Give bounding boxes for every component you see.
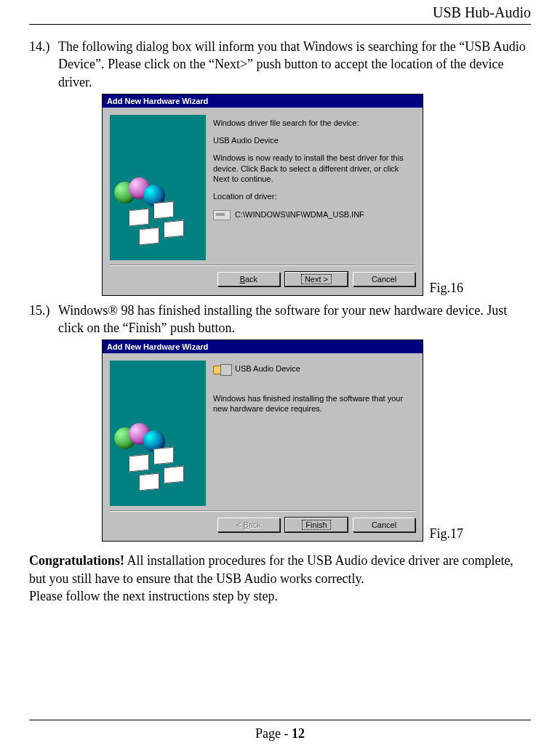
- driver-path-text: C:\WINDOWS\INF\WDMA_USB.INF: [235, 210, 364, 219]
- floppy-icon: [129, 208, 149, 226]
- bottom-rule: [29, 720, 531, 720]
- top-rule: [29, 24, 531, 25]
- dialog-separator: [110, 510, 415, 512]
- dialog-buttons: Back Next > Cancel: [103, 272, 423, 295]
- dialog-buttons: < Back Finish Cancel: [103, 518, 423, 541]
- page-header: USB Hub-Audio: [29, 0, 531, 23]
- cancel-button[interactable]: Cancel: [353, 272, 415, 286]
- floppy-icon: [129, 454, 149, 472]
- search-label: Windows driver file search for the devic…: [213, 118, 412, 128]
- dialog-content: USB Audio Device Windows has finished in…: [213, 361, 415, 506]
- wizard-side-graphic: [110, 115, 206, 260]
- back-button: < Back: [217, 518, 280, 532]
- back-button[interactable]: Back: [217, 272, 280, 286]
- congrats-lead: Congratulations!: [29, 553, 124, 568]
- page-number: Page - 12: [29, 726, 531, 741]
- dialog-separator: [110, 265, 415, 266]
- dialog-title: Add New Hardware Wizard: [103, 94, 423, 108]
- floppy-icon: [164, 220, 184, 238]
- figure-caption: Fig.17: [429, 526, 463, 542]
- floppy-icon: [139, 473, 159, 491]
- dialog-fig17: Add New Hardware Wizard USB Audio Device…: [102, 339, 423, 542]
- finish-button[interactable]: Finish: [285, 518, 348, 532]
- floppy-icon: [164, 466, 184, 484]
- dialog-title: Add New Hardware Wizard: [103, 340, 423, 353]
- finished-text: Windows has finished installing the soft…: [213, 393, 412, 414]
- device-icon: [213, 364, 231, 376]
- figure-caption: Fig.16: [429, 281, 463, 296]
- step-14-number: 14.): [29, 38, 58, 91]
- location-label: Location of driver:: [213, 191, 412, 201]
- page-footer: Page - 12: [29, 720, 531, 741]
- congrats-follow: Please follow the next instructions step…: [29, 589, 278, 603]
- page-prefix: Page -: [255, 726, 292, 741]
- floppy-icon: [153, 201, 174, 219]
- device-name: USB Audio Device: [235, 364, 300, 373]
- congrats-paragraph: Congratulations! All installation proced…: [29, 552, 531, 605]
- wizard-side-graphic: [110, 361, 206, 506]
- step-15: 15.) Windows® 98 has finished installing…: [29, 302, 531, 337]
- drive-icon: [213, 210, 231, 220]
- dialog-content: Windows driver file search for the devic…: [213, 115, 415, 260]
- cancel-button[interactable]: Cancel: [353, 518, 415, 532]
- floppy-icon: [139, 227, 159, 245]
- next-button[interactable]: Next >: [285, 272, 348, 286]
- step-15-text: Windows® 98 has finished installing the …: [58, 302, 531, 337]
- step-14-text: The following dialog box will inform you…: [58, 38, 531, 91]
- driver-path: C:\WINDOWS\INF\WDMA_USB.INF: [213, 209, 412, 220]
- step-14: 14.) The following dialog box will infor…: [29, 38, 531, 91]
- figure-17-wrap: Add New Hardware Wizard USB Audio Device…: [102, 339, 423, 542]
- ready-text: Windows is now ready to install the best…: [213, 153, 412, 184]
- dialog-fig16: Add New Hardware Wizard Windows driver f…: [102, 94, 423, 296]
- page-num: 12: [292, 726, 305, 741]
- device-name: USB Audio Device: [213, 135, 412, 145]
- floppy-icon: [153, 447, 174, 465]
- figure-16-wrap: Add New Hardware Wizard Windows driver f…: [102, 94, 423, 296]
- step-15-number: 15.): [29, 302, 58, 337]
- device-line: USB Audio Device: [213, 363, 412, 375]
